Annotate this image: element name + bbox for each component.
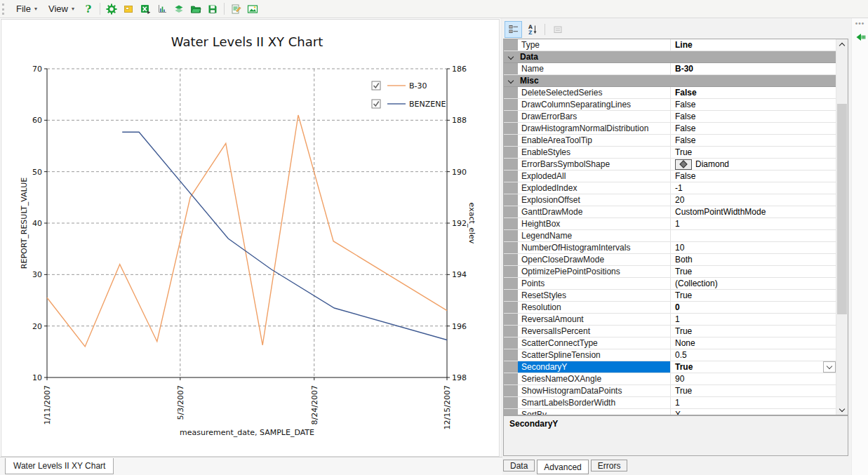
property-row-explosionoffset[interactable]: ExplosionOffset20 [504,194,836,206]
overflow-ellipsis-icon[interactable]: ••• [852,20,868,27]
property-row-legendname[interactable]: LegendName [504,230,836,242]
property-value[interactable]: X [671,409,836,415]
property-value[interactable]: True [671,266,836,277]
property-value[interactable]: False [671,135,836,146]
category-data[interactable]: Data [504,51,836,63]
gear-icon[interactable] [104,1,119,17]
property-name[interactable]: ReversalAmount [518,314,671,325]
report-edit-icon[interactable] [228,1,243,17]
property-row-name[interactable]: NameB-30 [504,63,836,75]
property-row-resolution[interactable]: Resolution0 [504,302,836,314]
tab-errors[interactable]: Errors [591,460,628,471]
property-value[interactable]: False [671,111,836,122]
open-folder-icon[interactable] [188,1,203,17]
value-dropdown-button[interactable] [823,361,836,373]
property-name[interactable]: SmartLabelsBorderWidth [518,397,671,408]
scroll-down-arrow-icon[interactable] [836,403,848,415]
property-name[interactable]: DrawColumnSeparatingLines [518,99,671,110]
help-icon[interactable]: ? [81,1,96,17]
property-name[interactable]: DrawHistogramNormalDistribution [518,123,671,134]
property-row-optimizepiepointpositions[interactable]: OptimizePiePointPositionsTrue [504,266,836,278]
alphabetical-sort-button[interactable]: AZ [523,21,541,38]
property-row-openclosedrawmode[interactable]: OpenCloseDrawModeBoth [504,254,836,266]
property-row-explodedindex[interactable]: ExplodedIndex-1 [504,182,836,194]
property-name[interactable]: DeleteSelectedSeries [518,87,671,98]
property-name[interactable]: ResetStyles [518,290,671,301]
property-value[interactable]: 10 [671,242,836,253]
property-row-enablestyles[interactable]: EnableStylesTrue [504,147,836,159]
property-name[interactable]: ShowHistogramDataPoints [518,385,671,396]
property-value[interactable]: 0.5 [671,349,836,361]
property-row-drawerrorbars[interactable]: DrawErrorBarsFalse [504,111,836,123]
property-name[interactable]: SecondaryY [518,361,671,373]
property-row-points[interactable]: Points(Collection) [504,278,836,290]
property-row-showhistogramdatapoints[interactable]: ShowHistogramDataPointsTrue [504,385,836,397]
tab-data[interactable]: Data [503,460,535,471]
menu-file[interactable]: File ▾ [11,1,42,16]
property-value[interactable]: 20 [671,194,836,206]
excel-export-icon[interactable] [138,1,153,17]
property-row-resetstyles[interactable]: ResetStylesTrue [504,290,836,302]
property-name[interactable]: Name [518,63,671,74]
property-row-type[interactable]: TypeLine [504,39,836,51]
legend-label[interactable]: B-30 [409,81,427,91]
save-icon[interactable] [205,1,220,17]
property-name[interactable]: Resolution [518,302,671,313]
property-name[interactable]: Type [518,39,671,51]
property-row-deleteselectedseries[interactable]: DeleteSelectedSeriesFalse [504,87,836,99]
property-name[interactable]: EnableAreaToolTip [518,135,671,146]
property-value[interactable]: True [671,290,836,301]
property-name[interactable]: ExplosionOffset [518,194,671,206]
legend-checkbox[interactable] [372,100,380,108]
property-row-errorbarssymbolshape[interactable]: ErrorBarsSymbolShapeDiamond [504,159,836,170]
property-name[interactable]: DrawErrorBars [518,111,671,122]
property-name[interactable]: NumberOfHistogramIntervals [518,242,671,253]
property-row-drawcolumnseparatinglines[interactable]: DrawColumnSeparatingLinesFalse [504,99,836,111]
property-value[interactable]: Both [671,254,836,265]
legend-label[interactable]: BENZENE [409,100,446,109]
property-row-enableareatooltip[interactable]: EnableAreaToolTipFalse [504,135,836,147]
property-name[interactable]: LegendName [518,230,671,241]
property-value[interactable]: (Collection) [671,278,836,289]
legend-checkbox[interactable] [372,81,380,90]
property-value[interactable]: False [671,99,836,110]
property-name[interactable]: ScatterConnectType [518,337,671,349]
property-name[interactable]: ErrorBarsSymbolShape [518,159,671,170]
property-name[interactable]: ExplodedIndex [518,182,671,194]
property-row-explodedall[interactable]: ExplodedAllFalse [504,170,836,182]
property-value[interactable]: 1 [671,218,836,229]
property-row-scatterconnecttype[interactable]: ScatterConnectTypeNone [504,337,836,349]
property-name[interactable]: SortBy [518,409,671,415]
property-row-numberofhistogramintervals[interactable]: NumberOfHistogramIntervals10 [504,242,836,254]
property-value[interactable]: CustomPointWidthMode [671,206,836,218]
property-value[interactable]: False [671,87,836,98]
property-row-reversalamount[interactable]: ReversalAmount1 [504,314,836,326]
export-image-icon[interactable] [245,1,260,17]
chart-axes-icon[interactable] [154,1,170,17]
property-value[interactable]: True [671,326,836,337]
property-name[interactable]: OpenCloseDrawMode [518,254,671,265]
property-value[interactable]: 90 [671,373,836,384]
property-row-ganttdrawmode[interactable]: GanttDrawModeCustomPointWidthMode [504,206,836,218]
property-value[interactable]: 1 [671,397,836,408]
property-name[interactable]: ScatterSplineTension [518,349,671,361]
property-value[interactable]: -1 [671,182,836,194]
property-value[interactable]: B-30 [671,63,836,74]
category-misc[interactable]: Misc [504,75,836,87]
property-row-smartlabelsborderwidth[interactable]: SmartLabelsBorderWidth1 [504,397,836,409]
collapse-chevron-icon[interactable] [508,54,514,60]
property-name[interactable]: OptimizePiePointPositions [518,266,671,277]
property-value[interactable]: Line [671,39,836,51]
tab-water-levels-ii-xy-chart[interactable]: Water Levels II XY Chart [5,458,114,474]
image-placeholder-icon[interactable] [121,1,136,17]
menu-view[interactable]: View ▾ [44,1,79,16]
flip-chart-icon[interactable] [171,1,187,17]
property-name[interactable]: ExplodedAll [518,170,671,182]
property-value[interactable]: 1 [671,314,836,325]
categorized-view-button[interactable] [505,21,522,38]
scroll-up-arrow-icon[interactable] [836,39,848,51]
property-name[interactable]: SeriesNameOXAngle [518,373,671,384]
scrollbar-thumb[interactable] [837,104,847,314]
property-name[interactable]: ReversalIsPercent [518,326,671,337]
tab-advanced[interactable]: Advanced [537,460,588,474]
